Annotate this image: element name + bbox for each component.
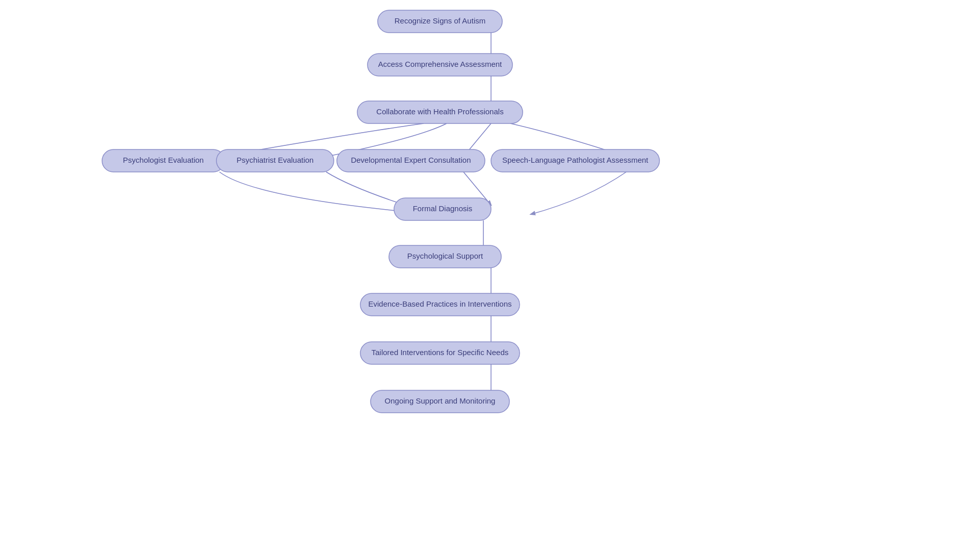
node-psychological-label: Psychological Support: [407, 252, 483, 260]
node-evidence-label: Evidence-Based Practices in Intervention…: [369, 299, 512, 308]
node-recognize-label: Recognize Signs of Autism: [395, 16, 485, 25]
node-developmental-label: Developmental Expert Consultation: [351, 156, 471, 164]
node-access-label: Access Comprehensive Assessment: [378, 60, 502, 68]
node-collaborate-label: Collaborate with Health Professionals: [376, 107, 503, 116]
node-speech-label: Speech-Language Pathologist Assessment: [502, 156, 649, 164]
node-ongoing-label: Ongoing Support and Monitoring: [385, 396, 496, 405]
node-tailored-label: Tailored Interventions for Specific Need…: [372, 348, 508, 357]
node-psychologist-label: Psychologist Evaluation: [123, 156, 204, 164]
node-psychiatrist-label: Psychiatrist Evaluation: [237, 156, 314, 164]
node-formal-label: Formal Diagnosis: [413, 204, 473, 213]
arrow-speech-formal: [531, 172, 626, 214]
flowchart: Recognize Signs of Autism Access Compreh…: [0, 0, 980, 551]
